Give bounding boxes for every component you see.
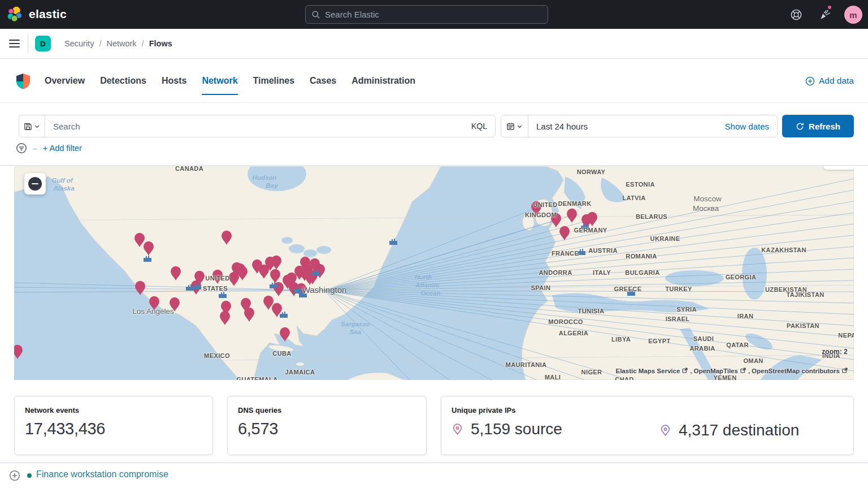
unique-private-ips-card: Unique private IPs 5,159 source 4,317 de… xyxy=(441,396,854,455)
timeline-add-icon[interactable] xyxy=(9,470,20,481)
map-pin[interactable] xyxy=(221,230,232,245)
saved-query-button[interactable] xyxy=(19,115,45,137)
add-filter-button[interactable]: + Add filter xyxy=(43,144,82,153)
map-pin[interactable] xyxy=(282,274,293,290)
tab-overview[interactable]: Overview xyxy=(45,59,85,103)
user-avatar[interactable]: m xyxy=(844,6,862,24)
tab-cases[interactable]: Cases xyxy=(310,59,336,103)
network-events-value: 17,433,436 xyxy=(25,420,202,438)
filter-dash: – xyxy=(33,144,37,153)
calendar-button[interactable] xyxy=(501,115,528,137)
menu-icon[interactable] xyxy=(9,40,20,48)
security-tabs: OverviewDetectionsHostsNetworkTimelinesC… xyxy=(45,59,415,103)
calendar-icon xyxy=(506,122,515,131)
tab-administration[interactable]: Administration xyxy=(351,59,415,103)
attribution-link[interactable]: OpenStreetMap contributors xyxy=(752,368,840,374)
chevron-down-icon xyxy=(34,123,40,129)
plus-circle-icon xyxy=(805,76,815,86)
map-pin[interactable] xyxy=(299,266,310,282)
attribution-link[interactable]: Elastic Maps Service xyxy=(616,368,680,374)
refresh-icon xyxy=(796,122,804,131)
map-building-icon xyxy=(269,281,279,289)
elastic-logo-icon xyxy=(7,6,24,23)
notification-dot xyxy=(827,5,832,10)
global-search[interactable] xyxy=(305,5,548,24)
destination-ips: 4,317 destination xyxy=(659,421,799,439)
map-pin[interactable] xyxy=(14,344,23,360)
breadcrumb-item-network[interactable]: Network xyxy=(106,39,136,48)
add-data-button[interactable]: Add data xyxy=(805,59,854,103)
divider xyxy=(28,34,28,53)
map-pin[interactable] xyxy=(244,307,255,322)
map-building-icon xyxy=(193,282,203,290)
kql-toggle[interactable]: KQL xyxy=(463,122,495,131)
tab-network[interactable]: Network xyxy=(202,59,237,103)
map-zoom-out-button[interactable] xyxy=(24,173,46,195)
time-range-value[interactable]: Last 24 hours xyxy=(528,122,725,131)
kql-search-input[interactable] xyxy=(45,122,463,131)
refresh-label: Refresh xyxy=(809,122,840,131)
tab-detections[interactable]: Detections xyxy=(100,59,146,103)
map-pin[interactable] xyxy=(149,296,160,311)
global-search-input[interactable] xyxy=(325,10,542,19)
network-events-card: Network events 17,433,436 xyxy=(14,396,213,455)
elastic-logo[interactable]: elastic xyxy=(7,6,67,23)
security-tab-bar: OverviewDetectionsHostsNetworkTimelinesC… xyxy=(0,59,868,103)
map-building-icon xyxy=(311,269,322,277)
tab-hosts[interactable]: Hosts xyxy=(162,59,186,103)
timeline-bottom-bar: Finance workstation compromise xyxy=(0,463,868,488)
card-title: Network events xyxy=(25,406,202,414)
breadcrumb: Security/Network/Flows xyxy=(64,29,172,58)
timeline-title-link[interactable]: Finance workstation compromise xyxy=(36,469,168,480)
dns-queries-value: 6,573 xyxy=(238,420,416,438)
map-control-partial[interactable] xyxy=(823,166,854,170)
brand-name: elastic xyxy=(29,7,67,21)
map-pin[interactable] xyxy=(212,269,223,284)
filter-bar: KQL Last 24 hours Show dates xyxy=(0,103,868,166)
card-title: Unique private IPs xyxy=(452,406,843,414)
map-pin[interactable] xyxy=(279,327,290,342)
breadcrumb-item-security[interactable]: Security xyxy=(64,39,94,48)
map-building-icon xyxy=(143,254,153,262)
map-building-icon xyxy=(627,288,637,296)
map-pin[interactable] xyxy=(559,226,570,241)
security-shield-icon xyxy=(16,73,31,90)
map-pin[interactable] xyxy=(170,266,181,281)
map-building-icon xyxy=(577,248,587,256)
announcements-icon[interactable] xyxy=(818,8,831,21)
refresh-button[interactable]: Refresh xyxy=(782,115,854,137)
source-ips-value: 5,159 source xyxy=(471,420,562,438)
show-dates-link[interactable]: Show dates xyxy=(725,122,777,131)
tab-timelines[interactable]: Timelines xyxy=(253,59,295,103)
space-badge[interactable]: D xyxy=(35,36,51,51)
map-pin[interactable] xyxy=(143,241,154,256)
map-building-icon xyxy=(580,222,591,230)
map-pin[interactable] xyxy=(169,297,180,312)
map-pin[interactable] xyxy=(219,310,231,326)
map-pin[interactable] xyxy=(237,266,248,281)
save-icon xyxy=(24,122,32,131)
security-network-flows-page: elastic m D Security/Netwo xyxy=(0,0,868,488)
filter-icon[interactable] xyxy=(16,142,27,154)
map-building-icon xyxy=(298,290,309,298)
add-filter-row: – + Add filter xyxy=(16,142,82,154)
timeline-status-dot xyxy=(27,473,32,478)
attribution-link[interactable]: OpenMapTiles xyxy=(694,368,738,374)
map-canvas[interactable]: CANADAGulf ofAlaskaHudsonBayNORWAYESTONI… xyxy=(14,166,854,380)
source-ips: 5,159 source xyxy=(452,420,562,438)
dns-queries-card: DNS queries 6,573 xyxy=(227,396,427,455)
chevron-down-icon xyxy=(517,123,523,129)
map-pin[interactable] xyxy=(134,280,146,296)
map-pin[interactable] xyxy=(531,201,542,216)
map-building-icon xyxy=(389,237,399,245)
source-pin-icon xyxy=(452,424,463,435)
flow-lines-layer xyxy=(14,166,854,380)
date-picker: Last 24 hours Show dates xyxy=(501,115,778,137)
breadcrumb-separator: / xyxy=(99,39,101,48)
map-building-icon xyxy=(279,310,289,318)
help-icon[interactable] xyxy=(790,8,802,21)
breadcrumb-separator: / xyxy=(142,39,144,48)
query-bar: KQL xyxy=(19,115,496,137)
map-pin[interactable] xyxy=(271,255,282,270)
map-pin[interactable] xyxy=(566,208,578,223)
